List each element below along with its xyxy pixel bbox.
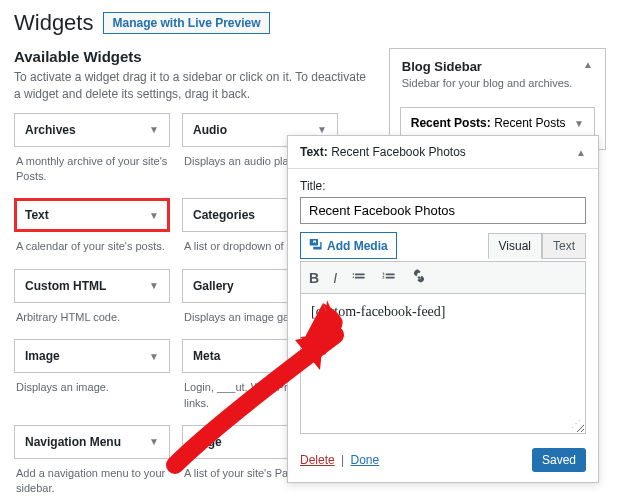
italic-button[interactable]: I xyxy=(333,270,337,286)
editor-toolbar: B I xyxy=(300,261,586,294)
resize-handle-icon[interactable]: ⋰ xyxy=(571,418,581,429)
widget-chip-label: Page xyxy=(193,435,222,449)
widget-chip-label: Audio xyxy=(193,123,227,137)
widget-chip-label: Archives xyxy=(25,123,76,137)
available-widgets-heading: Available Widgets xyxy=(14,48,373,65)
text-widget-editor: Text: Recent Facebook Photos ▲ Title: Ad… xyxy=(287,135,599,483)
link-button[interactable] xyxy=(411,268,427,287)
chevron-down-icon: ▼ xyxy=(317,124,327,135)
widget-chip-label: Custom HTML xyxy=(25,279,106,293)
blog-sidebar-desc: Sidebar for your blog and archives. xyxy=(402,77,573,89)
chevron-down-icon: ▼ xyxy=(149,280,159,291)
widget-chip-label: Image xyxy=(25,349,60,363)
sidebar-widget-label: Recent Posts: xyxy=(411,116,491,130)
widget-chip-custom-html[interactable]: Custom HTML▼ xyxy=(14,269,170,303)
widget-chip-desc: Arbitrary HTML code. xyxy=(14,303,170,335)
widget-title-input[interactable] xyxy=(300,197,586,224)
widget-chip-label: Gallery xyxy=(193,279,234,293)
done-link[interactable]: Done xyxy=(351,453,380,467)
blog-sidebar-title: Blog Sidebar xyxy=(402,59,573,74)
bold-button[interactable]: B xyxy=(309,270,319,286)
chevron-down-icon: ▼ xyxy=(149,436,159,447)
chevron-down-icon: ▼ xyxy=(149,351,159,362)
tab-visual[interactable]: Visual xyxy=(488,233,542,259)
widget-chip-desc: Add a navigation menu to your sidebar. xyxy=(14,459,170,501)
widget-chip-text[interactable]: Text▼ xyxy=(14,198,170,232)
chevron-down-icon: ▼ xyxy=(149,210,159,221)
triangle-up-icon[interactable]: ▲ xyxy=(583,59,593,70)
numbered-list-button[interactable] xyxy=(381,268,397,287)
manage-live-preview-button[interactable]: Manage with Live Preview xyxy=(103,12,269,34)
triangle-up-icon[interactable]: ▲ xyxy=(576,147,586,158)
delete-link[interactable]: Delete xyxy=(300,453,335,467)
media-icon xyxy=(309,237,323,254)
widget-chip-label: Navigation Menu xyxy=(25,435,121,449)
editor-head-value: Recent Facebook Photos xyxy=(331,145,466,159)
available-widgets-desc: To activate a widget drag it to a sideba… xyxy=(14,69,373,103)
widget-chip-desc: A monthly archive of your site's Posts. xyxy=(14,147,170,195)
editor-head-label: Text: xyxy=(300,145,328,159)
widget-chip-navigation-menu[interactable]: Navigation Menu▼ xyxy=(14,425,170,459)
chevron-down-icon: ▼ xyxy=(574,118,584,129)
widget-chip-image[interactable]: Image▼ xyxy=(14,339,170,373)
tab-text[interactable]: Text xyxy=(542,233,586,259)
saved-button[interactable]: Saved xyxy=(532,448,586,472)
widget-chip-desc: A calendar of your site's posts. xyxy=(14,232,170,264)
chevron-down-icon: ▼ xyxy=(149,124,159,135)
widget-chip-desc: Displays an image. xyxy=(14,373,170,405)
content-editor[interactable]: [custom-facebook-feed] ⋰ xyxy=(300,294,586,434)
title-label: Title: xyxy=(300,179,586,193)
bullet-list-button[interactable] xyxy=(351,268,367,287)
widget-chip-label: Categories xyxy=(193,208,255,222)
sidebar-widget-value: Recent Posts xyxy=(494,116,565,130)
add-media-button[interactable]: Add Media xyxy=(300,232,397,259)
widget-chip-label: Meta xyxy=(193,349,220,363)
page-title: Widgets xyxy=(14,10,93,36)
widget-chip-label: Text xyxy=(25,208,49,222)
widget-chip-archives[interactable]: Archives▼ xyxy=(14,113,170,147)
